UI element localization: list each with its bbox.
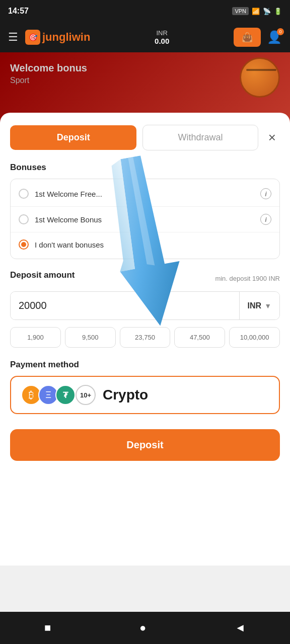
logo-label: jungliwin (42, 31, 90, 44)
bonus-item-2[interactable]: 1st Welcome Bonus i (11, 207, 279, 232)
home-circle-icon[interactable]: ● (139, 621, 146, 634)
hamburger-icon[interactable]: ☰ (8, 31, 18, 44)
wifi-icon: 📡 (263, 8, 271, 15)
payment-method-label: Payment method (10, 360, 280, 370)
bonus-info-2[interactable]: i (260, 214, 271, 225)
amount-header: Deposit amount min. deposit 1900 INR (10, 270, 280, 286)
back-arrow-icon[interactable]: ◄ (235, 621, 246, 634)
banner: Welcome bonus Sport (0, 52, 290, 123)
user-icon-container[interactable]: 👤 0 (267, 30, 282, 44)
close-button[interactable]: × (264, 128, 280, 147)
bonus-text-2: 1st Welcome Bonus (35, 215, 254, 224)
more-cryptos-icon: 10+ (76, 385, 96, 405)
nav-left: ☰ 🎯 jungliwin (8, 30, 90, 45)
currency-select[interactable]: INR ▼ (239, 292, 279, 319)
back-square-icon[interactable]: ■ (44, 621, 51, 634)
bonus-radio-3[interactable] (19, 239, 29, 250)
vpn-badge: VPN (232, 7, 249, 15)
status-icons: VPN 📶 📡 🔋 (232, 7, 282, 15)
quick-amt-2[interactable]: 9,500 (65, 327, 116, 348)
bonus-item-1[interactable]: 1st Welcome Free... i (11, 181, 279, 207)
quick-amt-4[interactable]: 47,500 (174, 327, 225, 348)
chevron-down-icon: ▼ (264, 302, 271, 310)
amount-input[interactable] (11, 292, 239, 319)
tab-row: Deposit Withdrawal × (10, 125, 280, 150)
radio-dot (21, 242, 26, 247)
bonus-info-1[interactable]: i (260, 188, 271, 199)
user-badge: 0 (277, 28, 284, 35)
withdrawal-tab[interactable]: Withdrawal (142, 125, 258, 150)
usdt-icon: ₮ (55, 385, 76, 405)
balance-amount: 0.00 (155, 37, 169, 45)
banner-title: Welcome bonus (10, 62, 280, 74)
currency-label: INR (156, 29, 167, 37)
bonuses-label: Bonuses (10, 163, 280, 173)
banner-basketball-decoration (240, 57, 280, 98)
currency-label: INR (248, 301, 262, 310)
deposit-tab[interactable]: Deposit (10, 125, 136, 150)
nav-center: INR 0.00 (155, 29, 169, 45)
quick-amt-3[interactable]: 23,750 (120, 327, 171, 348)
quick-amt-1[interactable]: 1,900 (10, 327, 61, 348)
payment-method-box[interactable]: ₿ Ξ ₮ 10+ Crypto (10, 376, 280, 414)
bonus-text-3: I don't want bonuses (35, 240, 271, 249)
status-time: 14:57 (8, 7, 29, 16)
min-deposit-label: min. deposit 1900 INR (215, 275, 280, 282)
crypto-label: Crypto (103, 387, 148, 403)
signal-icon: 📶 (252, 8, 260, 15)
crypto-icons-group: ₿ Ξ ₮ 10+ (21, 385, 96, 405)
nav-bar: ☰ 🎯 jungliwin INR 0.00 👜 👤 0 (0, 22, 290, 52)
bonus-radio-2[interactable] (19, 214, 29, 224)
bonus-text-1: 1st Welcome Free... (35, 190, 254, 198)
amount-input-row: INR ▼ (10, 291, 280, 320)
deposit-amount-label: Deposit amount (10, 270, 75, 280)
bonus-radio-1[interactable] (19, 189, 29, 199)
modal-container: Deposit Withdrawal × Bonuses 1st Welcome… (0, 113, 290, 566)
page-wrapper: 14:57 VPN 📶 📡 🔋 ☰ 🎯 jungliwin INR 0.00 👜… (0, 0, 290, 566)
nav-right: 👜 👤 0 (234, 28, 282, 47)
bonus-item-3[interactable]: I don't want bonuses (11, 232, 279, 257)
bottom-nav: ■ ● ◄ (0, 612, 290, 644)
deposit-bottom-button[interactable]: Deposit (10, 429, 280, 461)
quick-amounts: 1,900 9,500 23,750 47,500 10,00,000 (10, 327, 280, 348)
battery-icon: 🔋 (274, 8, 282, 15)
quick-amt-5[interactable]: 10,00,000 (229, 327, 280, 348)
logo-icon: 🎯 (25, 30, 40, 45)
bonuses-box: 1st Welcome Free... i 1st Welcome Bonus … (10, 179, 280, 259)
logo: 🎯 jungliwin (25, 30, 90, 45)
wallet-button[interactable]: 👜 (234, 28, 261, 47)
status-bar: 14:57 VPN 📶 📡 🔋 (0, 0, 290, 22)
